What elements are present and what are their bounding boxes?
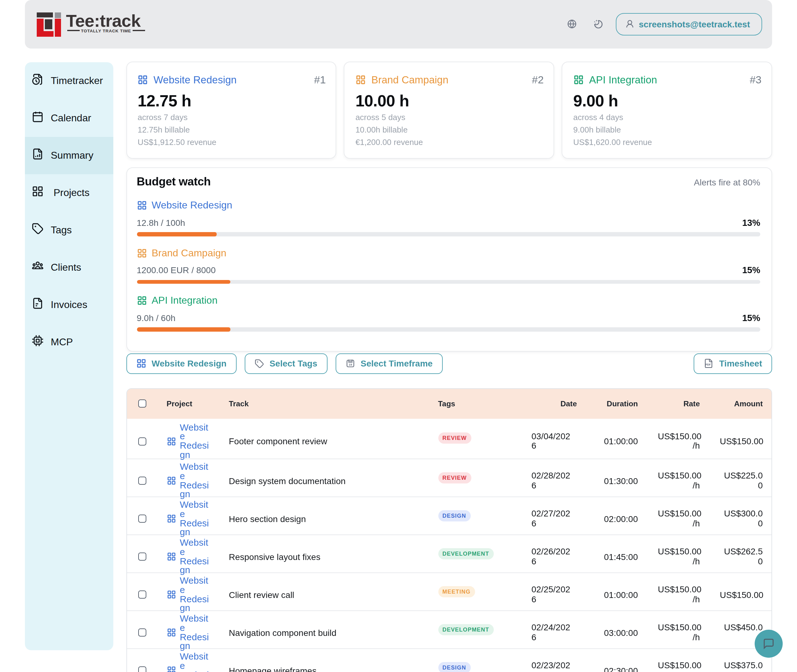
svg-text:19: 19: [348, 363, 352, 366]
svg-text:PDF: PDF: [705, 363, 711, 366]
